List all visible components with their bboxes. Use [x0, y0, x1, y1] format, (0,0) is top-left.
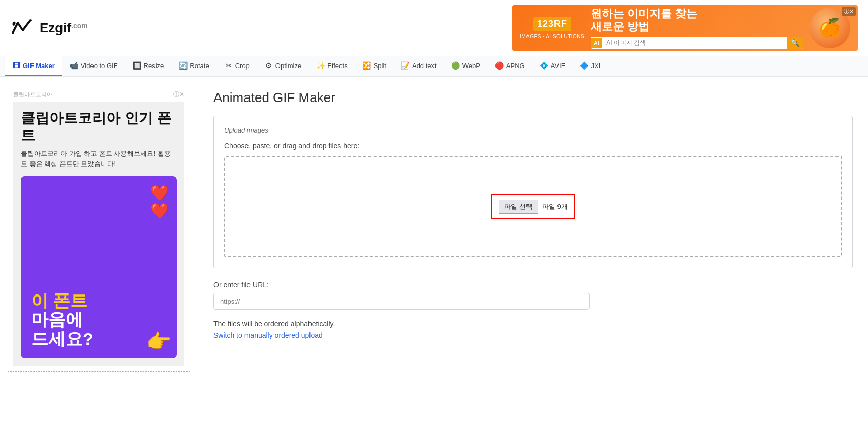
drop-zone[interactable]: 파일 선택 파일 9개: [224, 156, 842, 257]
page-title: Animated GIF Maker: [213, 90, 853, 106]
url-section: Or enter file URL:: [213, 281, 853, 310]
nav-item-add-text[interactable]: 📝 Add text: [394, 56, 444, 76]
nav-item-apng[interactable]: 🔴 APNG: [488, 56, 532, 76]
file-input-wrapper[interactable]: 파일 선택 파일 9개: [491, 194, 574, 219]
ordering-info-text: The files will be ordered alphabetically…: [213, 320, 853, 328]
upload-section-title: Upload images: [224, 126, 842, 134]
ad-search-input[interactable]: [602, 37, 787, 48]
nav-item-avif[interactable]: 💠 AVIF: [533, 56, 572, 76]
file-count-label: 파일 9개: [542, 202, 568, 211]
sidebar-ad-purple-text1: 이 폰트: [31, 291, 167, 310]
url-label: Or enter file URL:: [213, 281, 853, 289]
ad-brand: 123RF IMAGES · AI SOLUTIONS: [520, 17, 584, 39]
main-navigation: 🎞 GIF Maker 📹 Video to GIF 🔲 Resize 🔄 Ro…: [0, 56, 868, 77]
main-content: Animated GIF Maker Upload images Choose,…: [198, 77, 868, 379]
file-select-button[interactable]: 파일 선택: [499, 200, 538, 214]
sidebar-ad-close-button[interactable]: ⓘ✕: [173, 90, 184, 99]
effects-icon: ✨: [317, 61, 325, 70]
gif-maker-icon: 🎞: [12, 61, 20, 70]
upload-section: Upload images Choose, paste, or drag and…: [213, 116, 853, 268]
ad-ai-badge: AI: [591, 38, 602, 48]
nav-item-optimize[interactable]: ⚙ Optimize: [258, 56, 308, 76]
nav-webp-label: WebP: [462, 62, 480, 70]
nav-optimize-label: Optimize: [275, 62, 301, 70]
split-icon: 🔀: [363, 61, 371, 70]
header: Ezgif.com ⓘ✕ 123RF IMAGES · AI SOLUTIONS…: [0, 0, 868, 56]
sidebar-ad-hearts-decoration: ❤️❤️: [150, 184, 169, 219]
nav-gif-maker-label: GIF Maker: [23, 62, 55, 70]
sidebar-ad-label: 클립아트코리아 ⓘ✕: [13, 90, 184, 99]
nav-split-label: Split: [374, 62, 386, 70]
video-to-gif-icon: 📹: [70, 61, 78, 70]
nav-item-rotate[interactable]: 🔄 Rotate: [172, 56, 216, 76]
sidebar-ad-purple-text2: 마음에: [31, 310, 167, 329]
url-input[interactable]: [213, 293, 590, 310]
nav-item-jxl[interactable]: 🔷 JXL: [573, 56, 609, 76]
sidebar-ad-inner: 클립아트코리아 ⓘ✕ 클립아트코리아 인기 폰트 클립아트코리아 가입 하고 폰…: [8, 85, 190, 372]
rotate-icon: 🔄: [179, 61, 187, 70]
sidebar-ad-hand-decoration: 👉: [146, 330, 172, 353]
nav-item-gif-maker[interactable]: 🎞 GIF Maker: [5, 56, 62, 76]
nav-apng-label: APNG: [506, 62, 525, 70]
upload-instruction: Choose, paste, or drag and drop files he…: [224, 142, 842, 150]
manual-upload-link[interactable]: Switch to manually ordered upload: [213, 331, 323, 339]
ad-search-button[interactable]: 🔍: [787, 37, 803, 49]
nav-item-crop[interactable]: ✂ Crop: [218, 56, 257, 76]
sidebar-ad-purple-section: ❤️❤️ 이 폰트 마음에 드세요? 👉: [21, 176, 177, 358]
sidebar-ad-content: 클립아트코리아 인기 폰트 클립아트코리아 가입 하고 폰트 사용해보세요! 활…: [13, 102, 184, 366]
main-layout: 클립아트코리아 ⓘ✕ 클립아트코리아 인기 폰트 클립아트코리아 가입 하고 폰…: [0, 77, 868, 379]
apng-icon: 🔴: [495, 61, 504, 70]
nav-item-video-to-gif[interactable]: 📹 Video to GIF: [63, 56, 125, 76]
logo-text: Ezgif.com: [40, 20, 88, 36]
optimize-icon: ⚙: [265, 61, 273, 70]
logo[interactable]: Ezgif.com: [10, 18, 88, 38]
nav-add-text-label: Add text: [412, 62, 437, 70]
add-text-icon: 📝: [401, 61, 410, 70]
nav-jxl-label: JXL: [591, 62, 602, 70]
ad-search-bar[interactable]: AI 🔍: [591, 37, 803, 49]
logo-icon: [10, 18, 36, 38]
nav-item-webp[interactable]: 🟢 WebP: [445, 56, 487, 76]
nav-resize-label: Resize: [144, 62, 164, 70]
ad-brand-sub: IMAGES · AI SOLUTIONS: [520, 34, 584, 39]
sidebar-ad-title: 클립아트코리아 인기 폰트: [21, 110, 177, 144]
nav-crop-label: Crop: [235, 62, 250, 70]
ad-content: 원하는 이미지를 찾는 새로운 방법 AI 🔍: [591, 7, 803, 49]
nav-rotate-label: Rotate: [190, 62, 209, 70]
crop-icon: ✂: [225, 61, 233, 70]
avif-icon: 💠: [540, 61, 548, 70]
ad-title: 원하는 이미지를 찾는 새로운 방법: [591, 7, 803, 34]
ad-close-button[interactable]: ⓘ✕: [842, 7, 856, 16]
nav-effects-label: Effects: [327, 62, 348, 70]
nav-video-to-gif-label: Video to GIF: [81, 62, 118, 70]
nav-avif-label: AVIF: [551, 62, 565, 70]
resize-icon: 🔲: [133, 61, 141, 70]
ad-brand-logo: 123RF: [533, 17, 571, 31]
jxl-icon: 🔷: [580, 61, 588, 70]
header-ad-banner: ⓘ✕ 123RF IMAGES · AI SOLUTIONS 원하는 이미지를 …: [512, 5, 858, 51]
nav-item-resize[interactable]: 🔲 Resize: [126, 56, 171, 76]
nav-item-split[interactable]: 🔀 Split: [356, 56, 393, 76]
nav-item-effects[interactable]: ✨ Effects: [309, 56, 355, 76]
webp-icon: 🟢: [452, 61, 460, 70]
sidebar-ad-description: 클립아트코리아 가입 하고 폰트 사용해보세요! 활용도 좋은 핵심 폰트만 모…: [21, 149, 177, 169]
sidebar-ad: 클립아트코리아 ⓘ✕ 클립아트코리아 인기 폰트 클립아트코리아 가입 하고 폰…: [0, 77, 198, 379]
